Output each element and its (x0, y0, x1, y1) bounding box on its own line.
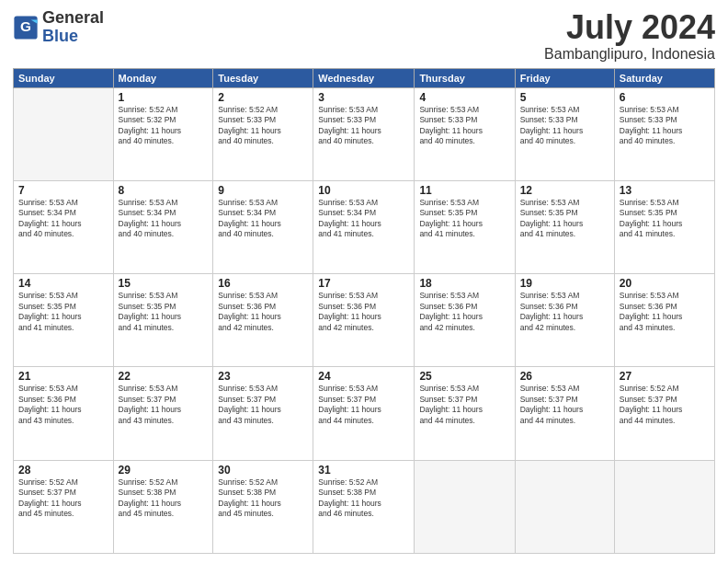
calendar-day-cell: 30Sunrise: 5:52 AM Sunset: 5:38 PM Dayli… (213, 460, 313, 553)
calendar-day-cell: 15Sunrise: 5:53 AM Sunset: 5:35 PM Dayli… (113, 274, 213, 367)
day-info: Sunrise: 5:52 AM Sunset: 5:38 PM Dayligh… (218, 477, 308, 520)
calendar-header-cell: Thursday (415, 68, 515, 87)
logo-line2: Blue (42, 28, 104, 46)
day-number: 14 (18, 277, 108, 290)
calendar-header-cell: Sunday (14, 68, 114, 87)
day-number: 2 (218, 91, 308, 104)
day-number: 29 (119, 464, 209, 477)
day-number: 10 (318, 184, 409, 197)
day-number: 25 (419, 370, 509, 383)
calendar-day-cell (515, 460, 614, 553)
page: G General Blue July 2024 Bambanglipuro, … (0, 0, 728, 563)
day-number: 17 (318, 277, 409, 290)
day-number: 28 (18, 464, 108, 477)
day-info: Sunrise: 5:53 AM Sunset: 5:36 PM Dayligh… (419, 291, 509, 333)
day-info: Sunrise: 5:53 AM Sunset: 5:37 PM Dayligh… (218, 384, 308, 426)
calendar-day-cell: 2Sunrise: 5:52 AM Sunset: 5:33 PM Daylig… (213, 87, 313, 180)
day-info: Sunrise: 5:52 AM Sunset: 5:38 PM Dayligh… (119, 477, 209, 520)
logo-line1: General (42, 9, 104, 28)
calendar-week-row: 28Sunrise: 5:52 AM Sunset: 5:37 PM Dayli… (14, 460, 715, 553)
day-info: Sunrise: 5:53 AM Sunset: 5:35 PM Dayligh… (620, 198, 710, 240)
day-info: Sunrise: 5:52 AM Sunset: 5:37 PM Dayligh… (620, 384, 710, 426)
day-number: 21 (18, 370, 108, 383)
day-number: 31 (318, 464, 409, 477)
day-number: 3 (318, 91, 409, 104)
day-info: Sunrise: 5:53 AM Sunset: 5:34 PM Dayligh… (218, 198, 308, 240)
calendar-day-cell: 25Sunrise: 5:53 AM Sunset: 5:37 PM Dayli… (415, 367, 515, 460)
day-info: Sunrise: 5:53 AM Sunset: 5:36 PM Dayligh… (218, 291, 308, 333)
calendar-day-cell: 31Sunrise: 5:52 AM Sunset: 5:38 PM Dayli… (313, 460, 415, 553)
month-title: July 2024 (544, 9, 715, 46)
calendar-day-cell: 26Sunrise: 5:53 AM Sunset: 5:37 PM Dayli… (515, 367, 614, 460)
day-info: Sunrise: 5:53 AM Sunset: 5:36 PM Dayligh… (318, 291, 409, 333)
day-number: 24 (318, 370, 409, 383)
subtitle: Bambanglipuro, Indonesia (544, 46, 715, 63)
logo-icon: G (13, 15, 39, 40)
calendar-day-cell: 4Sunrise: 5:53 AM Sunset: 5:33 PM Daylig… (415, 87, 515, 180)
day-number: 15 (119, 277, 209, 290)
day-number: 9 (218, 184, 308, 197)
day-number: 7 (18, 184, 108, 197)
day-info: Sunrise: 5:52 AM Sunset: 5:37 PM Dayligh… (18, 477, 108, 520)
day-number: 20 (620, 277, 710, 290)
calendar-day-cell: 19Sunrise: 5:53 AM Sunset: 5:36 PM Dayli… (515, 274, 614, 367)
day-info: Sunrise: 5:53 AM Sunset: 5:37 PM Dayligh… (318, 384, 409, 426)
day-info: Sunrise: 5:53 AM Sunset: 5:36 PM Dayligh… (18, 384, 108, 426)
svg-text:G: G (20, 18, 31, 34)
calendar-header-row: SundayMondayTuesdayWednesdayThursdayFrid… (14, 68, 715, 87)
day-number: 18 (419, 277, 509, 290)
calendar-week-row: 21Sunrise: 5:53 AM Sunset: 5:36 PM Dayli… (14, 367, 715, 460)
day-number: 1 (119, 91, 209, 104)
calendar-day-cell: 29Sunrise: 5:52 AM Sunset: 5:38 PM Dayli… (113, 460, 213, 553)
day-info: Sunrise: 5:52 AM Sunset: 5:32 PM Dayligh… (119, 105, 209, 147)
day-number: 23 (218, 370, 308, 383)
calendar-day-cell: 10Sunrise: 5:53 AM Sunset: 5:34 PM Dayli… (313, 180, 415, 273)
day-info: Sunrise: 5:53 AM Sunset: 5:35 PM Dayligh… (419, 198, 509, 240)
day-number: 16 (218, 277, 308, 290)
day-info: Sunrise: 5:53 AM Sunset: 5:34 PM Dayligh… (18, 198, 108, 240)
day-number: 4 (419, 91, 509, 104)
day-info: Sunrise: 5:53 AM Sunset: 5:33 PM Dayligh… (419, 105, 509, 147)
day-number: 22 (119, 370, 209, 383)
day-info: Sunrise: 5:53 AM Sunset: 5:33 PM Dayligh… (520, 105, 609, 147)
calendar-day-cell: 12Sunrise: 5:53 AM Sunset: 5:35 PM Dayli… (515, 180, 614, 273)
calendar-week-row: 14Sunrise: 5:53 AM Sunset: 5:35 PM Dayli… (14, 274, 715, 367)
day-info: Sunrise: 5:53 AM Sunset: 5:33 PM Dayligh… (318, 105, 409, 147)
day-info: Sunrise: 5:53 AM Sunset: 5:37 PM Dayligh… (520, 384, 609, 426)
calendar-day-cell: 7Sunrise: 5:53 AM Sunset: 5:34 PM Daylig… (14, 180, 114, 273)
day-info: Sunrise: 5:52 AM Sunset: 5:38 PM Dayligh… (318, 477, 409, 520)
day-number: 27 (620, 370, 710, 383)
calendar-day-cell: 8Sunrise: 5:53 AM Sunset: 5:34 PM Daylig… (113, 180, 213, 273)
calendar-day-cell (14, 87, 114, 180)
calendar-header-cell: Wednesday (313, 68, 415, 87)
calendar-header-cell: Monday (113, 68, 213, 87)
calendar-day-cell: 16Sunrise: 5:53 AM Sunset: 5:36 PM Dayli… (213, 274, 313, 367)
calendar-day-cell: 17Sunrise: 5:53 AM Sunset: 5:36 PM Dayli… (313, 274, 415, 367)
calendar-header-cell: Saturday (614, 68, 714, 87)
logo: G General Blue (13, 9, 104, 46)
day-number: 5 (520, 91, 609, 104)
calendar-day-cell: 9Sunrise: 5:53 AM Sunset: 5:34 PM Daylig… (213, 180, 313, 273)
day-info: Sunrise: 5:53 AM Sunset: 5:37 PM Dayligh… (419, 384, 509, 426)
day-number: 12 (520, 184, 609, 197)
day-number: 6 (620, 91, 710, 104)
day-number: 26 (520, 370, 609, 383)
day-info: Sunrise: 5:53 AM Sunset: 5:35 PM Dayligh… (18, 291, 108, 333)
day-number: 30 (218, 464, 308, 477)
day-number: 11 (419, 184, 509, 197)
day-info: Sunrise: 5:53 AM Sunset: 5:35 PM Dayligh… (520, 198, 609, 240)
calendar-day-cell: 6Sunrise: 5:53 AM Sunset: 5:33 PM Daylig… (614, 87, 714, 180)
day-info: Sunrise: 5:53 AM Sunset: 5:34 PM Dayligh… (318, 198, 409, 240)
calendar-day-cell: 18Sunrise: 5:53 AM Sunset: 5:36 PM Dayli… (415, 274, 515, 367)
calendar-body: 1Sunrise: 5:52 AM Sunset: 5:32 PM Daylig… (14, 87, 715, 553)
calendar-day-cell: 21Sunrise: 5:53 AM Sunset: 5:36 PM Dayli… (14, 367, 114, 460)
calendar-day-cell: 24Sunrise: 5:53 AM Sunset: 5:37 PM Dayli… (313, 367, 415, 460)
day-info: Sunrise: 5:53 AM Sunset: 5:36 PM Dayligh… (520, 291, 609, 333)
calendar-day-cell: 22Sunrise: 5:53 AM Sunset: 5:37 PM Dayli… (113, 367, 213, 460)
calendar-week-row: 7Sunrise: 5:53 AM Sunset: 5:34 PM Daylig… (14, 180, 715, 273)
calendar-day-cell: 27Sunrise: 5:52 AM Sunset: 5:37 PM Dayli… (614, 367, 714, 460)
calendar-day-cell: 20Sunrise: 5:53 AM Sunset: 5:36 PM Dayli… (614, 274, 714, 367)
day-number: 19 (520, 277, 609, 290)
day-info: Sunrise: 5:53 AM Sunset: 5:37 PM Dayligh… (119, 384, 209, 426)
calendar-header-cell: Tuesday (213, 68, 313, 87)
